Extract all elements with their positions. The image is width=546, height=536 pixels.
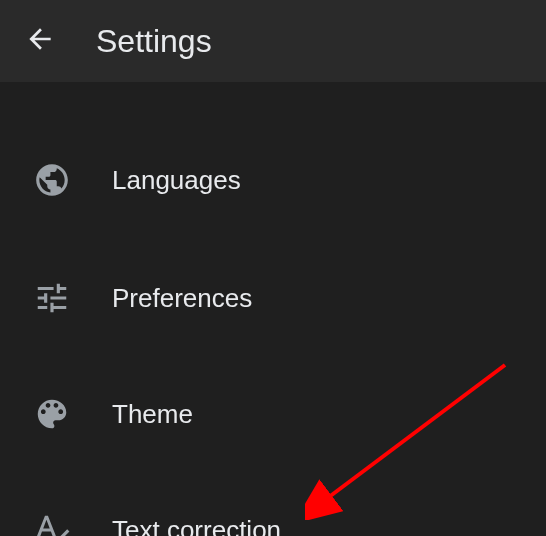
- settings-menu: Languages Preferences Theme Text correct…: [0, 82, 546, 536]
- back-button[interactable]: [16, 17, 64, 65]
- back-arrow-icon: [24, 23, 56, 59]
- sliders-icon: [28, 274, 76, 322]
- menu-item-label: Languages: [112, 165, 241, 196]
- globe-icon: [28, 156, 76, 204]
- menu-item-theme[interactable]: Theme: [0, 356, 546, 472]
- menu-item-label: Text correction: [112, 515, 281, 537]
- header-bar: Settings: [0, 0, 546, 82]
- palette-icon: [28, 390, 76, 438]
- menu-item-preferences[interactable]: Preferences: [0, 240, 546, 356]
- menu-item-languages[interactable]: Languages: [0, 120, 546, 240]
- text-check-icon: [28, 506, 76, 536]
- page-title: Settings: [96, 23, 212, 60]
- menu-item-label: Preferences: [112, 283, 252, 314]
- menu-item-label: Theme: [112, 399, 193, 430]
- menu-item-text-correction[interactable]: Text correction: [0, 472, 546, 536]
